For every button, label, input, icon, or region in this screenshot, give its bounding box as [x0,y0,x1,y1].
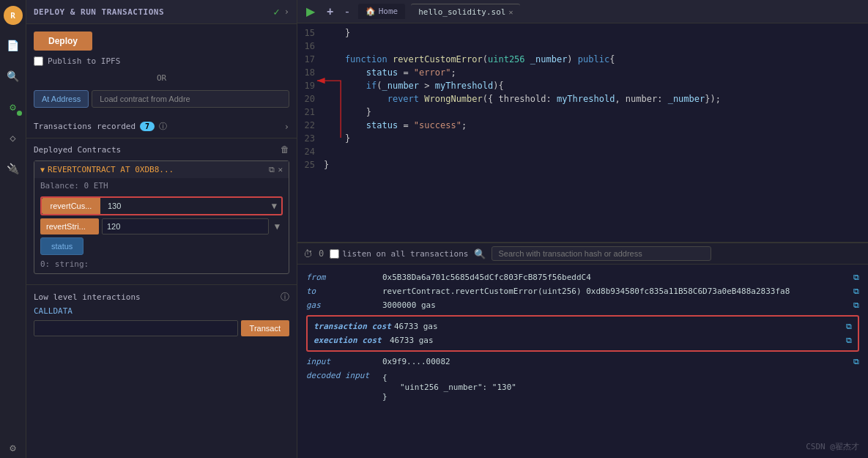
address-row: At Address Load contract from Addre [34,90,289,108]
terminal-toolbar: ⏱ 0 listen on all transactions 🔍 [297,243,868,265]
output-row: 0: string: [34,258,289,273]
from-value: 0x5B38Da6a701c5685d45dCfc803FcB875f56bed… [382,273,850,282]
sidebar-icon-deploy[interactable]: ⚙ [3,97,23,117]
transact-button[interactable]: Transact [241,320,289,336]
gas-copy-icon[interactable]: ⧉ [853,300,859,310]
sidebar-icon-plugin[interactable]: 🔌 [3,158,23,179]
exec-cost-copy-icon[interactable]: ⧉ [846,336,852,345]
cost-section-highlighted: transaction cost 46733 gas ⧉ execution c… [306,315,859,352]
code-editor: 15 } 16 17 function revertCustomError(ui… [297,23,868,242]
watermark: CSDN @翟杰才 [806,441,859,452]
tx-cost-value: 46733 gas [394,322,843,331]
transactions-info-icon[interactable]: ⓘ [159,121,167,132]
left-panel-header: DEPLOY & RUN TRANSACTIONS ✓ › [26,0,297,24]
home-tab-label: Home [379,7,398,16]
contract-copy-icon[interactable]: ⧉ [269,165,275,174]
exec-cost-value: 46733 gas [390,336,843,345]
panel-arrow-icon: › [284,7,289,17]
tab-home[interactable]: 🏠 Home [358,4,406,19]
sidebar-icon-files[interactable]: 📄 [3,35,23,56]
decoded-input-row: decoded input { "uint256 _number": "130"… [306,369,859,406]
left-panel-body: Deploy Publish to IPFS OR At Address Loa… [26,24,297,115]
to-value: revertContract.revertCustomError(uint256… [382,287,850,296]
from-label: from [306,273,379,282]
code-line-18: 18 status = "error"; [297,66,868,79]
close-tab-icon[interactable]: ✕ [508,8,513,16]
editor-toolbar: ▶ + - 🏠 Home hello_solidity.sol ✕ [297,0,868,23]
contract-close-icon[interactable]: ✕ [278,165,283,174]
contract-expand-arrow[interactable]: ▼ [40,166,45,174]
transact-row: Transact [34,320,289,336]
tx-cost-copy-icon[interactable]: ⧉ [846,322,852,331]
listen-label: listen on all transactions [342,249,468,259]
terminal-body: from 0x5B38Da6a701c5685d45dCfc803FcB875f… [297,265,868,458]
contract-item: ▼ REVERTCONTRACT AT 0XDB8... ⧉ ✕ Balance… [34,160,289,274]
code-line-17: 17 function revertCustomError(uint256 _n… [297,53,868,66]
input-value: 0x9f9....00082 [382,357,850,366]
zoom-in-button[interactable]: + [324,4,336,20]
status-button[interactable]: status [40,237,84,255]
execution-cost-row: execution cost 46733 gas ⧉ [314,333,852,347]
tab-file[interactable]: hello_solidity.sol ✕ [411,4,520,20]
code-area: 15 } 16 17 function revertCustomError(ui… [297,23,868,242]
sidebar-icon-settings[interactable]: ⚙ [3,437,23,458]
code-line-15: 15 } [297,26,868,40]
decoded-input-section: { "uint256 _number": "130" } [382,371,516,404]
terminal-search-input[interactable] [492,246,711,261]
revertcustom-chevron[interactable]: ▼ [267,198,281,214]
revertcustom-input[interactable]: 130 [103,199,264,213]
left-panel: DEPLOY & RUN TRANSACTIONS ✓ › Deploy Pub… [26,0,297,458]
contract-balance: Balance: 0 ETH [34,178,289,193]
transactions-section: Transactions recorded 7 ⓘ › [26,115,297,138]
sidebar-icon-search[interactable]: 🔍 [3,66,23,86]
deploy-button[interactable]: Deploy [34,32,92,51]
input-copy-icon[interactable]: ⧉ [853,357,859,366]
publish-ipfs-row: Publish to IPFS [34,56,289,66]
revertstr-input[interactable]: 120 [102,218,269,234]
trash-icon[interactable]: 🗑 [281,144,289,155]
gas-label: gas [306,300,379,310]
calldata-input[interactable] [34,320,238,336]
function-row-revertstr: revertStri... 120 ▼ [40,218,283,234]
transactions-arrow-icon[interactable]: › [284,122,289,132]
listen-checkbox[interactable] [330,249,339,259]
sidebar-icon-git[interactable]: ◇ [3,128,23,148]
file-tab-label: hello_solidity.sol [418,7,505,17]
gas-value: 3000000 gas [382,300,850,310]
code-line-24: 24 [297,145,868,158]
decoded-input-label: decoded input [306,371,379,380]
transactions-label: Transactions recorded [34,122,136,131]
contract-item-header: ▼ REVERTCONTRACT AT 0XDB8... ⧉ ✕ [34,161,289,178]
to-copy-icon[interactable]: ⧉ [853,287,859,296]
sidebar-icon-avatar[interactable]: R [4,6,23,25]
publish-ipfs-checkbox[interactable] [34,56,43,66]
low-level-label: Low level interactions [34,292,276,302]
panel-title: DEPLOY & RUN TRANSACTIONS [34,7,269,17]
low-level-title: Low level interactions ⓘ [34,291,289,303]
tx-count: 0 [319,248,324,259]
icon-sidebar: R 📄 🔍 ⚙ ◇ 🔌 ⚙ [0,0,26,458]
to-row: to revertContract.revertCustomError(uint… [306,284,859,298]
terminal-search-icon: 🔍 [474,248,486,259]
or-divider: OR [34,73,289,83]
code-line-22: 22 status = "success"; [297,119,868,132]
revertcustom-button[interactable]: revertCus... [42,198,100,214]
calldata-label: CALLDATA [34,303,289,317]
status-btn-row: status [40,237,283,255]
input-row: input 0x9f9....00082 ⧉ [306,355,859,369]
at-address-button[interactable]: At Address [34,90,89,108]
low-level-info-icon[interactable]: ⓘ [281,291,289,303]
from-copy-icon[interactable]: ⧉ [853,273,859,282]
home-icon: 🏠 [366,7,376,16]
transaction-cost-row: transaction cost 46733 gas ⧉ [314,320,852,333]
load-contract-button[interactable]: Load contract from Addre [92,90,289,108]
zoom-out-button[interactable]: - [342,4,352,20]
code-line-19: 19 if(_number > myThreshold){ [297,79,868,92]
revertstr-button[interactable]: revertStri... [40,218,99,234]
to-label: to [306,287,379,296]
code-line-23: 23 } [297,132,868,145]
deployed-contracts-label: Deployed Contracts [34,145,276,155]
transactions-badge: 7 [140,122,155,131]
revertstr-chevron[interactable]: ▼ [272,220,283,233]
run-button[interactable]: ▶ [303,3,318,20]
